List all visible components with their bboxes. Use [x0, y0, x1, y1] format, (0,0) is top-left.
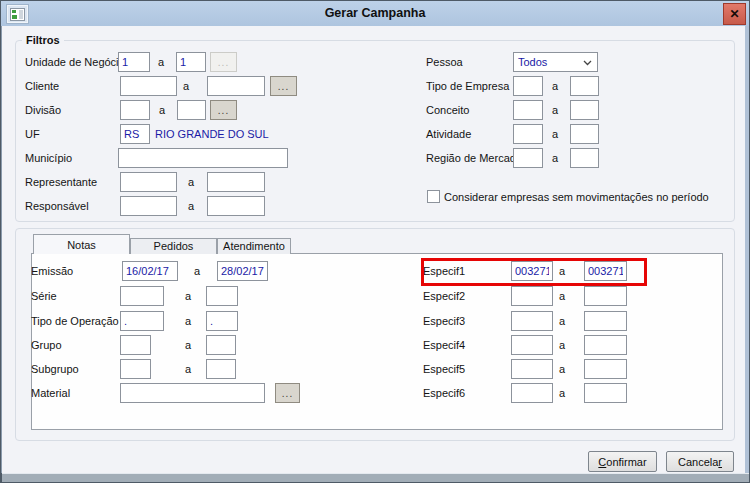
especif1-to-input[interactable]: [584, 261, 627, 281]
range-separator: a: [556, 311, 568, 331]
conceito-from-input[interactable]: [513, 100, 543, 120]
responsavel-label: Responsável: [25, 196, 89, 216]
uf-input[interactable]: [120, 124, 150, 144]
grupo-from-input[interactable]: [120, 335, 151, 355]
representante-from-input[interactable]: [120, 172, 177, 192]
serie-label: Série: [31, 286, 57, 306]
cliente-to-input[interactable]: [207, 76, 265, 96]
unidade-negocio-from-input[interactable]: [118, 52, 150, 72]
range-separator: a: [556, 261, 568, 281]
close-button[interactable]: ✕: [723, 3, 746, 25]
conceito-label: Conceito: [426, 100, 469, 120]
cliente-label: Cliente: [25, 76, 59, 96]
range-separator: a: [191, 261, 203, 281]
especif5-to-input[interactable]: [584, 359, 627, 379]
responsavel-to-input[interactable]: [207, 196, 265, 216]
range-separator: a: [182, 286, 194, 306]
regiao-mercado-from-input[interactable]: [513, 148, 543, 168]
range-separator: a: [185, 196, 197, 216]
tab-pedidos[interactable]: Pedidos: [130, 238, 217, 254]
dialog-window: Gerar Campanha ✕ Filtros Unidade de Negó…: [0, 0, 750, 483]
emissao-to-input[interactable]: [217, 261, 268, 281]
especif3-to-input[interactable]: [584, 311, 627, 331]
uf-label: UF: [25, 124, 40, 144]
window-title: Gerar Campanha: [1, 1, 749, 26]
range-separator: a: [549, 148, 561, 168]
especif2-from-input[interactable]: [511, 286, 553, 306]
range-separator: a: [549, 100, 561, 120]
emissao-from-input[interactable]: [122, 261, 178, 281]
unidade-negocio-label: Unidade de Negócio: [25, 52, 125, 72]
range-separator: a: [182, 359, 194, 379]
atividade-label: Atividade: [426, 124, 471, 144]
responsavel-from-input[interactable]: [120, 196, 177, 216]
range-separator: a: [549, 76, 561, 96]
pessoa-selected-value: Todos: [518, 56, 547, 68]
representante-to-input[interactable]: [207, 172, 265, 192]
window-border-bottom: [2, 473, 749, 482]
especif4-label: Especif4: [423, 335, 465, 355]
tipo-empresa-to-input[interactable]: [570, 76, 599, 96]
divisao-label: Divisão: [25, 100, 61, 120]
especif1-label: Especif1: [423, 261, 465, 281]
range-separator: a: [182, 335, 194, 355]
window-border-left: [1, 26, 2, 473]
unidade-negocio-browse-button: ...: [210, 52, 237, 72]
conceito-to-input[interactable]: [570, 100, 599, 120]
divisao-browse-button[interactable]: ...: [210, 100, 237, 120]
especif6-from-input[interactable]: [511, 383, 553, 403]
material-input[interactable]: [120, 383, 265, 403]
cliente-browse-button[interactable]: ...: [270, 76, 297, 96]
filtros-legend: Filtros: [22, 34, 64, 46]
range-separator: a: [182, 311, 194, 331]
range-separator: a: [556, 359, 568, 379]
app-icon[interactable]: [7, 5, 28, 23]
representante-label: Representante: [25, 172, 97, 192]
unidade-negocio-to-input[interactable]: [176, 52, 206, 72]
especif3-label: Especif3: [423, 311, 465, 331]
especif1-from-input[interactable]: [511, 261, 553, 281]
municipio-input[interactable]: [118, 148, 288, 168]
especif2-label: Especif2: [423, 286, 465, 306]
range-separator: a: [556, 286, 568, 306]
range-separator: a: [155, 52, 167, 72]
tipo-empresa-from-input[interactable]: [513, 76, 543, 96]
serie-to-input[interactable]: [206, 286, 238, 306]
atividade-to-input[interactable]: [570, 124, 599, 144]
atividade-from-input[interactable]: [513, 124, 543, 144]
tipo-operacao-to-input[interactable]: [206, 311, 238, 331]
grupo-label: Grupo: [31, 335, 62, 355]
especif4-from-input[interactable]: [511, 335, 553, 355]
emissao-label: Emissão: [31, 261, 73, 281]
especif3-from-input[interactable]: [511, 311, 553, 331]
especif6-to-input[interactable]: [584, 383, 627, 403]
tipo-operacao-from-input[interactable]: [120, 311, 164, 331]
cancelar-button[interactable]: Cancelar: [666, 451, 734, 472]
confirmar-button[interactable]: Confirmar: [588, 451, 657, 472]
title-bar: Gerar Campanha ✕: [1, 1, 749, 26]
grupo-to-input[interactable]: [206, 335, 236, 355]
divisao-to-input[interactable]: [177, 100, 206, 120]
divisao-from-input[interactable]: [120, 100, 150, 120]
cancelar-label-pre: Cancela: [678, 456, 718, 468]
especif2-to-input[interactable]: [584, 286, 627, 306]
cliente-from-input[interactable]: [120, 76, 177, 96]
especif5-label: Especif5: [423, 359, 465, 379]
pessoa-select[interactable]: Todos: [513, 52, 598, 72]
confirmar-label-rest: onfirmar: [606, 456, 646, 468]
tab-notas[interactable]: Notas: [33, 234, 130, 254]
especif4-to-input[interactable]: [584, 335, 627, 355]
material-browse-button[interactable]: ...: [275, 383, 300, 403]
range-separator: a: [556, 335, 568, 355]
serie-from-input[interactable]: [120, 286, 164, 306]
regiao-mercado-label: Região de Mercado: [426, 148, 522, 168]
window-border-right: [745, 26, 749, 473]
regiao-mercado-to-input[interactable]: [570, 148, 599, 168]
especif5-from-input[interactable]: [511, 359, 553, 379]
sem-movimentacoes-checkbox-label: Considerar empresas sem movimentações no…: [444, 187, 709, 207]
subgrupo-to-input[interactable]: [206, 359, 236, 379]
sem-movimentacoes-checkbox[interactable]: [427, 190, 440, 203]
subgrupo-from-input[interactable]: [120, 359, 151, 379]
tab-atendimento[interactable]: Atendimento: [217, 238, 291, 254]
pessoa-label: Pessoa: [426, 52, 463, 72]
